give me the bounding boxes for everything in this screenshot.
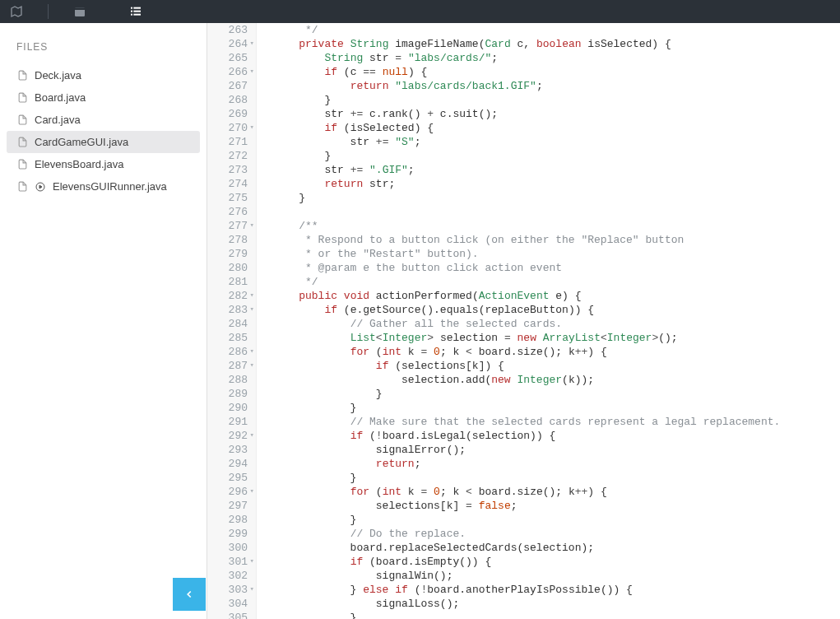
code-line[interactable]: if (selections[k]) { (273, 359, 840, 373)
code-line[interactable]: str += c.rank() + c.suit(); (273, 107, 840, 121)
code-line[interactable]: // Do the replace. (273, 527, 840, 541)
code-line[interactable]: List<Integer> selection = new ArrayList<… (273, 331, 840, 345)
code-line[interactable]: signalLoss(); (273, 597, 840, 611)
code-line[interactable]: for (int k = 0; k < board.size(); k++) { (273, 485, 840, 499)
code-line[interactable] (273, 205, 840, 219)
file-label: Card.java (35, 114, 81, 126)
file-label: CardGameGUI.java (35, 136, 128, 148)
calendar-icon[interactable] (72, 3, 88, 20)
line-number: 276 (212, 205, 248, 219)
svg-marker-10 (39, 185, 42, 188)
line-number: 287 (212, 359, 248, 373)
code-line[interactable]: */ (273, 275, 840, 289)
line-number: 285 (212, 331, 248, 345)
code-line[interactable]: * Respond to a button click (on either t… (273, 233, 840, 247)
line-number: 289 (212, 387, 248, 401)
code-line[interactable]: str += "S"; (273, 135, 840, 149)
file-item[interactable]: Deck.java (0, 64, 207, 86)
file-icon (16, 92, 28, 104)
file-item[interactable]: CardGameGUI.java (7, 131, 200, 153)
file-label: ElevensGUIRunner.java (53, 180, 167, 193)
code-line[interactable]: } (273, 471, 840, 485)
line-number: 275 (212, 191, 248, 205)
line-number: 299 (212, 527, 248, 541)
line-number: 301 (212, 555, 248, 569)
file-item[interactable]: ElevensGUIRunner.java (0, 175, 207, 198)
line-number: 266 (212, 65, 248, 79)
code-line[interactable]: String str = "labs/cards/"; (273, 51, 840, 65)
file-item[interactable]: ElevensBoard.java (0, 153, 207, 175)
svg-rect-7 (131, 14, 132, 16)
code-line[interactable]: return; (273, 457, 840, 471)
line-number: 290 (212, 401, 248, 415)
code-line[interactable]: if (board.isEmpty()) { (273, 555, 840, 569)
code-line[interactable]: selection.add(new Integer(k)); (273, 373, 840, 387)
code-line[interactable]: str += ".GIF"; (273, 163, 840, 177)
code-line[interactable]: if (e.getSource().equals(replaceButton))… (273, 303, 840, 317)
line-number: 263 (212, 23, 248, 37)
svg-rect-2 (75, 7, 85, 10)
code-line[interactable]: */ (273, 23, 840, 37)
code-line[interactable]: } (273, 149, 840, 163)
code-line[interactable]: if (c == null) { (273, 65, 840, 79)
line-number: 265 (212, 51, 248, 65)
file-icon (16, 181, 28, 193)
line-number: 292 (212, 429, 248, 443)
code-line[interactable]: * or the "Restart" button). (273, 247, 840, 261)
svg-rect-6 (133, 11, 141, 12)
code-line[interactable]: // Gather all the selected cards. (273, 317, 840, 331)
svg-rect-4 (133, 7, 141, 9)
code-line[interactable]: if (isSelected) { (273, 121, 840, 135)
file-item[interactable]: Board.java (0, 86, 207, 109)
line-number: 264 (212, 37, 248, 51)
file-icon (16, 70, 28, 81)
code-line[interactable]: for (int k = 0; k < board.size(); k++) { (273, 345, 840, 359)
code-line[interactable]: signalWin(); (273, 569, 840, 583)
code-line[interactable]: public void actionPerformed(ActionEvent … (273, 289, 840, 303)
line-number: 302 (212, 569, 248, 583)
code-area[interactable]: */ private String imageFileName(Card c, … (257, 23, 840, 619)
line-number: 298 (212, 513, 248, 527)
line-number: 294 (212, 457, 248, 471)
file-icon (16, 137, 28, 148)
code-line[interactable]: } (273, 93, 840, 107)
code-line[interactable]: selections[k] = false; (273, 499, 840, 513)
map-icon[interactable] (8, 3, 25, 20)
code-line[interactable]: * @param e the button click action event (273, 261, 840, 275)
line-number: 280 (212, 261, 248, 275)
svg-rect-8 (133, 14, 141, 16)
code-line[interactable]: signalError(); (273, 443, 840, 457)
line-number: 278 (212, 233, 248, 247)
line-number: 304 (212, 597, 248, 611)
code-line[interactable]: board.replaceSelectedCards(selection); (273, 541, 840, 555)
line-number: 277 (212, 219, 248, 233)
line-gutter: 2632642652662672682692702712722732742752… (207, 23, 257, 619)
code-line[interactable]: return "labs/cards/back1.GIF"; (273, 79, 840, 93)
code-line[interactable]: if (!board.isLegal(selection)) { (273, 429, 840, 443)
code-line[interactable]: } (273, 401, 840, 415)
files-header: FILES (0, 23, 207, 64)
line-number: 284 (212, 317, 248, 331)
code-line[interactable]: return str; (273, 177, 840, 191)
line-number: 267 (212, 79, 248, 93)
code-line[interactable]: } (273, 513, 840, 527)
code-line[interactable]: } else if (!board.anotherPlayIsPossible(… (273, 583, 840, 597)
code-line[interactable]: private String imageFileName(Card c, boo… (273, 37, 840, 51)
collapse-sidebar-button[interactable] (173, 578, 206, 611)
file-label: Deck.java (35, 69, 81, 81)
file-item[interactable]: Card.java (0, 109, 207, 131)
code-editor[interactable]: 2632642652662672682692702712722732742752… (207, 23, 840, 619)
code-line[interactable]: } (273, 191, 840, 205)
line-number: 300 (212, 541, 248, 555)
list-icon[interactable] (128, 3, 144, 20)
file-icon (16, 159, 28, 170)
code-line[interactable]: } (273, 387, 840, 401)
line-number: 271 (212, 135, 248, 149)
code-line[interactable]: /** (273, 219, 840, 233)
code-line[interactable]: // Make sure that the selected cards rep… (273, 415, 840, 429)
line-number: 293 (212, 443, 248, 457)
svg-rect-3 (131, 7, 132, 9)
play-icon[interactable] (35, 181, 46, 193)
line-number: 272 (212, 149, 248, 163)
code-line[interactable]: } (273, 611, 840, 619)
